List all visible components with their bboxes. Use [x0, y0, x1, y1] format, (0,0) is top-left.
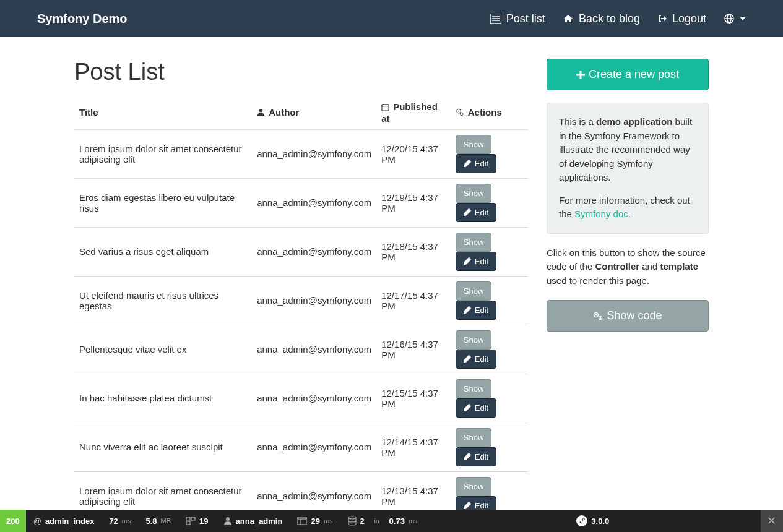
cell-actions: Show Edit: [451, 276, 528, 325]
cell-actions: Show Edit: [451, 374, 528, 423]
table-row: Lorem ipsum dolor sit amet consectetur a…: [74, 129, 528, 179]
debug-twig[interactable]: 29ms: [290, 510, 340, 532]
table-row: In hac habitasse platea dictumst anna_ad…: [74, 374, 528, 423]
show-button[interactable]: Show: [456, 428, 492, 447]
svg-rect-22: [464, 508, 465, 510]
button-label: Show code: [607, 309, 662, 322]
show-button[interactable]: Show: [456, 281, 492, 301]
edit-button[interactable]: Edit: [456, 154, 496, 173]
cell-author: anna_admin@symfony.com: [252, 129, 376, 179]
cell-title: Pellentesque vitae velit ex: [74, 325, 252, 374]
svg-rect-36: [298, 517, 306, 525]
svg-rect-32: [186, 517, 190, 520]
debug-symfony-version[interactable]: 3.0.0: [570, 515, 615, 526]
edit-button[interactable]: Edit: [456, 350, 496, 369]
nav-label: Post list: [506, 12, 545, 25]
show-button[interactable]: Show: [456, 135, 492, 154]
cell-actions: Show Edit: [451, 423, 528, 471]
col-published: Published at: [376, 97, 451, 129]
show-button[interactable]: Show: [456, 184, 492, 203]
svg-rect-15: [464, 166, 465, 168]
debug-forms[interactable]: 19: [178, 510, 215, 532]
show-button[interactable]: Show: [456, 233, 492, 252]
debug-db[interactable]: 2 in 0.73ms: [340, 510, 425, 532]
svg-rect-19: [464, 362, 465, 363]
cell-title: Sed varius a risus eget aliquam: [74, 227, 252, 276]
col-actions: Actions: [451, 97, 528, 129]
svg-point-28: [595, 314, 597, 315]
svg-point-39: [348, 517, 356, 519]
svg-point-35: [226, 517, 230, 521]
show-button[interactable]: Show: [456, 379, 492, 398]
edit-icon: [464, 453, 471, 460]
edit-button[interactable]: Edit: [456, 203, 496, 222]
debug-toolbar: 200 @admin_index 72ms 5.8MB 19 anna_admi…: [0, 510, 783, 532]
col-author: Author: [252, 97, 376, 129]
navbar-brand[interactable]: Symfony Demo: [37, 12, 128, 26]
cell-author: anna_admin@symfony.com: [252, 276, 376, 325]
edit-button[interactable]: Edit: [456, 252, 496, 271]
edit-button[interactable]: Edit: [456, 447, 496, 466]
svg-point-30: [600, 317, 602, 319]
nav-post-list[interactable]: Post list: [490, 12, 545, 25]
list-icon: [490, 14, 501, 24]
svg-rect-21: [464, 460, 465, 461]
cell-actions: Show Edit: [451, 178, 528, 227]
button-label: Create a new post: [589, 68, 679, 81]
show-button[interactable]: Show: [456, 477, 492, 496]
edit-icon: [464, 306, 471, 314]
debug-route[interactable]: @admin_index: [26, 510, 102, 532]
edit-button[interactable]: Edit: [456, 301, 496, 320]
symfony-doc-link[interactable]: Symfony doc: [574, 208, 628, 219]
cell-author: anna_admin@symfony.com: [252, 227, 376, 276]
nav-logout[interactable]: Logout: [657, 12, 706, 25]
svg-point-14: [460, 113, 463, 116]
debug-user[interactable]: anna_admin: [216, 510, 290, 532]
svg-rect-33: [191, 517, 195, 520]
cell-author: anna_admin@symfony.com: [252, 423, 376, 471]
show-code-button[interactable]: Show code: [547, 300, 709, 332]
edit-icon: [464, 160, 471, 167]
col-title: Title: [74, 97, 252, 129]
cell-actions: Show Edit: [451, 325, 528, 374]
sidebar: Create a new post This is a demo applica…: [547, 59, 709, 532]
cell-title: Eros diam egestas libero eu vulputate ri…: [74, 178, 252, 227]
edit-icon: [464, 502, 471, 509]
debug-memory[interactable]: 5.8MB: [139, 510, 179, 532]
forms-icon: [186, 516, 196, 526]
svg-rect-26: [576, 74, 585, 75]
nav-language-dropdown[interactable]: [724, 13, 746, 24]
create-post-button[interactable]: Create a new post: [547, 59, 709, 90]
edit-icon: [464, 257, 471, 265]
debug-status[interactable]: 200: [0, 510, 26, 532]
cell-title: In hac habitasse platea dictumst: [74, 374, 252, 423]
signout-icon: [657, 14, 667, 24]
edit-button[interactable]: Edit: [456, 398, 496, 418]
debug-close-button[interactable]: ✕: [761, 510, 783, 532]
plus-icon: [576, 71, 585, 79]
cogs-icon: [456, 108, 464, 118]
debug-time[interactable]: 72ms: [102, 510, 138, 532]
svg-point-40: [576, 515, 587, 526]
cell-published: 12/19/15 4:37 PM: [376, 178, 451, 227]
cell-actions: Show Edit: [451, 129, 528, 179]
nav-back-to-blog[interactable]: Back to blog: [563, 12, 640, 25]
cell-published: 12/17/15 4:37 PM: [376, 276, 451, 325]
show-button[interactable]: Show: [456, 330, 492, 350]
table-row: Ut eleifend mauris et risus ultrices ege…: [74, 276, 528, 325]
main-content: Post List Title Author Published at Acti…: [74, 59, 528, 532]
cell-published: 12/15/15 4:37 PM: [376, 374, 451, 423]
page-title: Post List: [74, 59, 528, 85]
cell-title: Nunc viverra elit ac laoreet suscipit: [74, 423, 252, 471]
show-code-info: Click on this button to show the source …: [547, 246, 709, 288]
well-p2: For more information, check out the Symf…: [559, 194, 696, 221]
table-row: Sed varius a risus eget aliquam anna_adm…: [74, 227, 528, 276]
svg-point-7: [259, 109, 263, 113]
navbar: Symfony Demo Post list Back to blog Logo…: [0, 0, 783, 37]
user-icon: [257, 108, 265, 118]
home-icon: [563, 14, 574, 24]
panel-icon: [297, 517, 307, 525]
cell-title: Ut eleifend mauris et risus ultrices ege…: [74, 276, 252, 325]
svg-point-13: [458, 111, 459, 112]
cell-published: 12/16/15 4:37 PM: [376, 325, 451, 374]
